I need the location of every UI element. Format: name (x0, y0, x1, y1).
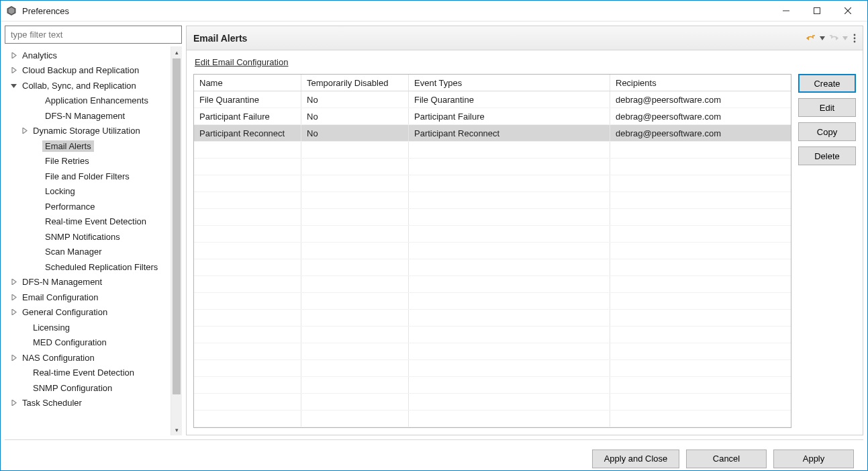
svg-marker-9 (23, 128, 27, 134)
tree-item[interactable]: Scheduled Replication Filters (5, 259, 171, 275)
nav-tree[interactable]: AnalyticsCloud Backup and ReplicationCol… (5, 46, 171, 435)
tree-item[interactable]: Dynamic Storage Utilization (5, 124, 171, 139)
tree-item-label: SNMP Configuration (30, 382, 115, 394)
tree-spacer (32, 202, 41, 211)
tree-item[interactable]: DFS-N Management (5, 108, 171, 124)
table-row[interactable] (194, 192, 791, 209)
tree-item[interactable]: Email Configuration (5, 290, 171, 305)
table-row[interactable] (194, 175, 791, 192)
delete-button[interactable]: Delete (798, 146, 856, 165)
chevron-right-icon[interactable] (9, 277, 18, 287)
tree-item[interactable]: Locking (5, 184, 171, 200)
minimize-button[interactable] (771, 1, 802, 21)
back-dropdown-icon[interactable] (819, 32, 826, 44)
app-icon (6, 5, 17, 16)
table-row[interactable] (194, 159, 791, 175)
filter-input[interactable] (5, 26, 181, 43)
chevron-right-icon[interactable] (9, 66, 18, 75)
chevron-right-icon[interactable] (19, 126, 29, 136)
cell-name: Participant Failure (194, 108, 301, 124)
tree-item[interactable]: Application Enhancements (5, 93, 171, 109)
tree-item[interactable]: Email Alerts (5, 138, 171, 154)
tree-item[interactable]: Task Scheduler (5, 396, 171, 411)
tree-item[interactable]: Analytics (5, 48, 171, 63)
chevron-right-icon[interactable] (9, 308, 18, 317)
scroll-down-icon[interactable]: ▾ (171, 424, 182, 435)
table-row[interactable]: Participant FailureNoParticipant Failure… (194, 108, 791, 125)
maximize-button[interactable] (802, 1, 832, 21)
svg-marker-14 (12, 400, 16, 406)
tree-item[interactable]: DFS-N Management (5, 275, 171, 290)
tree-item-label: Collab, Sync, and Replication (19, 80, 139, 91)
table-row[interactable] (194, 310, 791, 327)
table-row[interactable] (194, 276, 791, 293)
cell-disabled: No (301, 108, 409, 124)
copy-button[interactable]: Copy (798, 122, 856, 141)
tree-item[interactable]: SNMP Configuration (5, 380, 171, 396)
tree-item[interactable]: File Retries (5, 154, 171, 169)
create-button[interactable]: Create (798, 74, 856, 93)
cancel-button[interactable]: Cancel (686, 449, 767, 468)
chevron-right-icon[interactable] (9, 398, 18, 408)
svg-marker-18 (842, 36, 848, 40)
svg-marker-8 (11, 84, 17, 88)
tree-item[interactable]: Scan Manager (5, 245, 171, 260)
table-row[interactable] (194, 259, 791, 276)
tree-item[interactable]: General Configuration (5, 305, 171, 320)
scroll-up-icon[interactable]: ▴ (171, 46, 182, 58)
forward-dropdown-icon[interactable] (842, 32, 849, 44)
tree-item-label: General Configuration (19, 306, 110, 318)
menu-icon[interactable] (851, 32, 859, 44)
back-icon[interactable] (805, 32, 817, 44)
tree-item[interactable]: NAS Configuration (5, 350, 171, 366)
scroll-thumb[interactable] (173, 58, 181, 394)
table-row[interactable] (194, 209, 791, 226)
tree-item[interactable]: Performance (5, 199, 171, 214)
table-row[interactable]: Participant ReconnectNoParticipant Recon… (194, 125, 791, 142)
edit-email-config-link[interactable]: Edit Email Configuration (195, 57, 856, 67)
chevron-down-icon[interactable] (9, 81, 18, 90)
tree-item[interactable]: File and Folder Filters (5, 169, 171, 184)
svg-point-19 (854, 34, 856, 36)
tree-spacer (32, 141, 41, 151)
chevron-right-icon[interactable] (9, 50, 18, 60)
table-row[interactable] (194, 293, 791, 310)
chevron-right-icon[interactable] (9, 292, 18, 302)
close-button[interactable] (832, 1, 863, 21)
table-row[interactable] (194, 411, 791, 427)
tree-item[interactable]: MED Configuration (5, 335, 171, 351)
apply-and-close-button[interactable]: Apply and Close (592, 449, 679, 468)
col-name[interactable]: Name (194, 75, 301, 91)
tree-spacer (19, 383, 29, 392)
col-disabled[interactable]: Temporarily Disabled (301, 75, 409, 91)
table-row[interactable] (194, 142, 791, 159)
tree-item[interactable]: Collab, Sync, and Replication (5, 78, 171, 93)
table-row[interactable] (194, 394, 791, 411)
table-row[interactable] (194, 226, 791, 243)
table-row[interactable] (194, 243, 791, 259)
tree-item[interactable]: Licensing (5, 320, 171, 335)
tree-item[interactable]: SNMP Notifications (5, 229, 171, 245)
alerts-table[interactable]: Name Temporarily Disabled Event Types Re… (193, 74, 791, 428)
forward-icon[interactable] (828, 32, 840, 44)
tree-item[interactable]: Real-time Event Detection (5, 366, 171, 381)
table-row[interactable] (194, 343, 791, 360)
col-events[interactable]: Event Types (409, 75, 610, 91)
cell-events: Participant Reconnect (409, 125, 610, 141)
tree-spacer (32, 262, 41, 271)
tree-scrollbar[interactable]: ▴ ▾ (171, 46, 182, 435)
tree-spacer (32, 111, 41, 120)
panel-header: Email Alerts (187, 26, 863, 50)
chevron-right-icon[interactable] (9, 353, 18, 362)
tree-spacer (19, 338, 29, 347)
col-recipients[interactable]: Recipients (610, 75, 791, 91)
table-row[interactable]: File QuarantineNoFile Quarantinedebrag@p… (194, 91, 791, 108)
table-row[interactable] (194, 327, 791, 343)
table-row[interactable] (194, 377, 791, 394)
svg-marker-17 (836, 36, 838, 40)
edit-button[interactable]: Edit (798, 98, 856, 117)
apply-button[interactable]: Apply (773, 449, 854, 468)
tree-item[interactable]: Real-time Event Detection (5, 214, 171, 230)
table-row[interactable] (194, 360, 791, 377)
tree-item[interactable]: Cloud Backup and Replication (5, 63, 171, 79)
